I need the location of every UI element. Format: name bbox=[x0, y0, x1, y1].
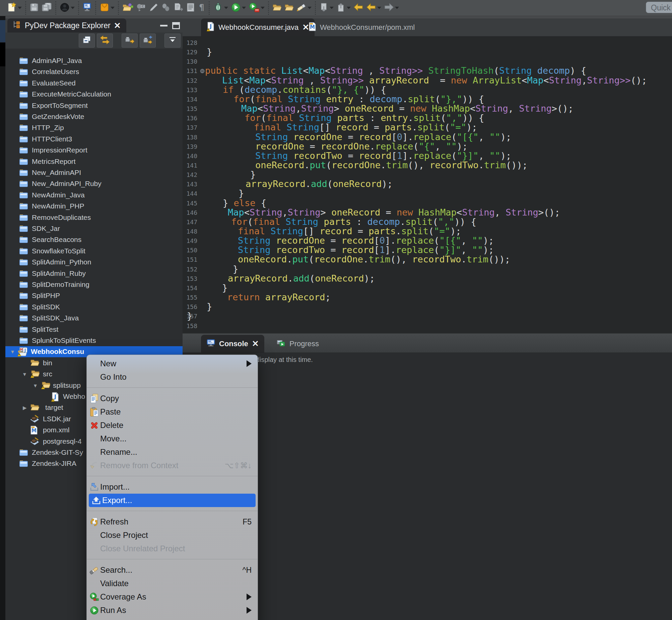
menu-item-new[interactable]: New bbox=[87, 357, 258, 370]
tree-item-correlateusers[interactable]: CorrelateUsers bbox=[5, 66, 182, 78]
next-annotation-button[interactable] bbox=[319, 3, 334, 13]
tab-pydev-package-explorer[interactable]: PyDev Package Explorer ✕ bbox=[7, 18, 126, 33]
link-with-editor-button[interactable] bbox=[97, 34, 113, 48]
tree-item-adminapi-java[interactable]: AdminAPI_Java bbox=[5, 55, 182, 66]
dropdown-caret-icon[interactable] bbox=[307, 7, 312, 9]
open-task-folder-button[interactable] bbox=[122, 2, 134, 13]
forward-history-button[interactable] bbox=[384, 3, 399, 13]
menu-item-import-[interactable]: Import... bbox=[87, 480, 258, 494]
focus-on-working-set-button[interactable] bbox=[122, 34, 138, 48]
new-wizard-button[interactable] bbox=[6, 2, 22, 14]
fold-marker-icon[interactable] bbox=[200, 69, 205, 73]
tree-item-new-adminapi-ruby[interactable]: New_AdminAPI_Ruby bbox=[5, 178, 182, 189]
tab-console[interactable]: Console ✕ bbox=[201, 335, 264, 353]
menu-item-search-[interactable]: Search...^H bbox=[87, 563, 258, 577]
tree-item-splitadmin-ruby[interactable]: SplitAdmin_Ruby bbox=[5, 268, 182, 279]
dropdown-caret-icon[interactable] bbox=[377, 7, 381, 9]
tree-item-splitadmin-python[interactable]: SplitAdmin_Python bbox=[5, 257, 182, 268]
editor-tab-label: WebhookConsumer/pom.xml bbox=[320, 23, 415, 32]
tree-item-httpclient3[interactable]: HTTPClient3 bbox=[5, 134, 182, 145]
debug-button[interactable] bbox=[213, 2, 228, 13]
dropdown-caret-icon[interactable] bbox=[261, 7, 265, 9]
menu-item-delete[interactable]: Delete bbox=[87, 419, 258, 432]
tree-item-newadmin-php[interactable]: NewAdmin_PHP bbox=[5, 201, 182, 212]
tree-item-impressionreport[interactable]: ImpressionReport bbox=[5, 145, 182, 156]
open-folder-b-button[interactable] bbox=[284, 3, 294, 12]
menu-item-close-project[interactable]: Close Project bbox=[87, 528, 258, 542]
team-sync-button[interactable]: C bbox=[136, 3, 147, 13]
mark-occurrences-button[interactable] bbox=[296, 2, 312, 14]
menu-item-validate[interactable]: Validate bbox=[87, 577, 258, 590]
tree-item-evaluateseed[interactable]: EvaluateSeed bbox=[5, 78, 182, 89]
tree-item-http-zip[interactable]: HTTP_Zip bbox=[5, 122, 182, 134]
dropdown-caret-icon[interactable] bbox=[224, 7, 228, 9]
tree-item-removeduplicates[interactable]: RemoveDuplicates bbox=[5, 212, 182, 223]
tree-item-splunktosplitevents[interactable]: SplunkToSplitEvents bbox=[5, 335, 182, 346]
menu-item-move-[interactable]: Move... bbox=[87, 432, 258, 446]
menu-item-rename-[interactable]: Rename... bbox=[87, 446, 258, 459]
task-repository-button[interactable] bbox=[99, 2, 115, 14]
cut-tool-button[interactable] bbox=[149, 3, 159, 13]
dropdown-caret-icon[interactable] bbox=[71, 7, 75, 9]
close-icon[interactable]: ✕ bbox=[114, 21, 121, 30]
menu-item-label: Rename... bbox=[100, 448, 137, 457]
tree-item-splitsdk[interactable]: SplitSDK bbox=[5, 302, 182, 313]
remote-systems-button[interactable] bbox=[82, 2, 92, 14]
tree-item-splitdemotraining[interactable]: SplitDemoTraining bbox=[5, 279, 182, 290]
toolbar-group bbox=[25, 1, 55, 15]
tab-pom-xml[interactable]: M WebhookConsumer/pom.xml bbox=[303, 18, 420, 36]
tree-item-getzendeskvote[interactable]: GetZendeskVote bbox=[5, 111, 182, 122]
compare-doc-button[interactable] bbox=[173, 3, 183, 13]
menu-item-export-[interactable]: Export... bbox=[89, 494, 256, 507]
dropdown-caret-icon[interactable] bbox=[242, 7, 246, 9]
menu-item-go-into[interactable]: Go Into bbox=[87, 370, 258, 384]
tree-item-splittest[interactable]: SplitTest bbox=[5, 324, 182, 335]
save-button[interactable] bbox=[29, 3, 39, 13]
view-menu-button[interactable] bbox=[165, 34, 180, 48]
tree-item-newadmin-java[interactable]: NewAdmin_Java bbox=[5, 190, 182, 201]
tree-item-sdk-jar[interactable]: SDK_Jar bbox=[5, 223, 182, 234]
menu-item-paste[interactable]: Paste bbox=[87, 405, 258, 419]
tree-item-snowflaketosplit[interactable]: SnowflakeToSplit bbox=[5, 246, 182, 257]
minimize-icon[interactable] bbox=[160, 25, 168, 27]
coverage-button[interactable] bbox=[248, 2, 265, 14]
chevron-right-icon[interactable]: ▶ bbox=[23, 405, 27, 411]
run-button[interactable] bbox=[230, 2, 246, 14]
list-doc-button[interactable] bbox=[185, 3, 195, 13]
tree-item-splitsdk-java[interactable]: SplitSDK_Java bbox=[5, 313, 182, 324]
code-editor[interactable]: 128129}130131public static List<Map<Stri… bbox=[182, 36, 672, 333]
menu-item-refresh[interactable]: RefreshF5 bbox=[87, 515, 258, 528]
dropdown-caret-icon[interactable] bbox=[18, 7, 22, 9]
tree-item-new-adminapi[interactable]: New_AdminAPI bbox=[5, 167, 182, 178]
user-account-button[interactable] bbox=[59, 2, 75, 14]
menu-item-coverage-as[interactable]: Coverage As bbox=[87, 590, 258, 604]
maximize-icon[interactable] bbox=[172, 22, 180, 29]
show-whitespace-button[interactable]: ¶ bbox=[198, 3, 206, 13]
dropdown-caret-icon[interactable] bbox=[347, 7, 351, 9]
open-folder-a-button[interactable] bbox=[272, 3, 282, 12]
chevron-down-icon[interactable]: ▼ bbox=[22, 371, 27, 377]
dropdown-caret-icon[interactable] bbox=[395, 7, 399, 9]
tree-item-searchbeacons[interactable]: SearchBeacons bbox=[5, 234, 182, 245]
tab-webhookconsumer-java[interactable]: J WebhookConsumer.java ✕ bbox=[201, 18, 315, 36]
package-presentation-button[interactable] bbox=[140, 34, 156, 48]
chevron-down-icon[interactable]: ▼ bbox=[33, 383, 38, 389]
close-icon[interactable]: ✕ bbox=[252, 340, 259, 348]
tree-item-metricsreport[interactable]: MetricsReport bbox=[5, 156, 182, 167]
menu-item-run-as[interactable]: Run As bbox=[87, 604, 258, 617]
profile-tool-button[interactable] bbox=[161, 3, 171, 13]
menu-item-copy[interactable]: Copy bbox=[87, 392, 258, 405]
collapse-all-button[interactable] bbox=[79, 34, 95, 48]
tab-progress[interactable]: Progress bbox=[271, 335, 324, 353]
tree-item-executemetriccalculation[interactable]: ExecuteMetricCalculation bbox=[5, 89, 182, 100]
chevron-down-icon[interactable]: ▼ bbox=[10, 349, 15, 355]
tree-item-exporttosegment[interactable]: ExportToSegment bbox=[5, 100, 182, 111]
prev-annotation-button[interactable] bbox=[336, 3, 351, 13]
last-edit-location-button[interactable] bbox=[353, 3, 364, 13]
back-history-button[interactable] bbox=[366, 3, 382, 13]
quick-access-input[interactable]: Quick Ac bbox=[646, 2, 672, 13]
tree-item-splitphp[interactable]: SplitPHP bbox=[5, 290, 182, 301]
save-all-button[interactable] bbox=[41, 2, 52, 13]
dropdown-caret-icon[interactable] bbox=[330, 7, 334, 9]
dropdown-caret-icon[interactable] bbox=[111, 7, 115, 9]
